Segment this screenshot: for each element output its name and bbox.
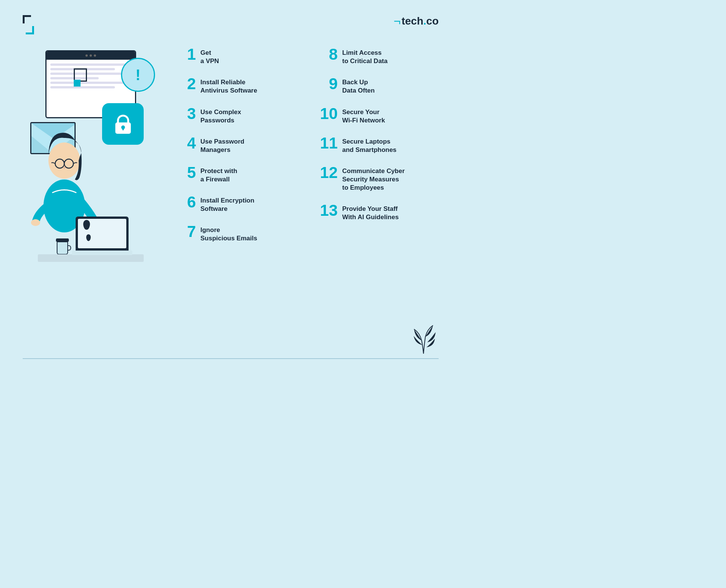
item-number: 9 xyxy=(320,76,338,92)
svg-rect-2 xyxy=(122,127,124,130)
item-text: Communicate CyberSecurity Measuresto Emp… xyxy=(342,165,405,192)
item-number: 13 xyxy=(320,203,338,218)
list-item: 4 Use PasswordManagers xyxy=(178,135,297,154)
item-text: Use ComplexPasswords xyxy=(200,106,241,125)
exclamation-icon: ! xyxy=(135,67,140,82)
item-text: Install EncryptionSoftware xyxy=(200,194,254,213)
browser-line xyxy=(50,82,131,84)
lists-section: 1 Geta VPN 2 Install ReliableAntivirus S… xyxy=(178,46,439,253)
logo: ⌐ tech.co xyxy=(394,15,439,27)
list-item: 8 Limit Accessto Critical Data xyxy=(320,46,439,65)
browser-dot-2 xyxy=(90,54,92,57)
item-number: 12 xyxy=(320,165,338,181)
plant-decoration xyxy=(408,322,439,357)
left-list-column: 1 Geta VPN 2 Install ReliableAntivirus S… xyxy=(178,46,297,253)
list-item: 12 Communicate CyberSecurity Measuresto … xyxy=(320,165,439,192)
item-number: 11 xyxy=(320,135,338,151)
browser-line xyxy=(50,73,131,75)
list-item: 3 Use ComplexPasswords xyxy=(178,106,297,125)
main-content: ! xyxy=(23,46,439,266)
illustration: ! xyxy=(23,46,166,266)
plant-icon xyxy=(408,322,439,356)
item-text: Secure YourWi-Fi Network xyxy=(342,106,385,125)
coffee-cup-illustration xyxy=(57,238,70,254)
item-text: Secure Laptopsand Smartphones xyxy=(342,135,397,154)
logo-bracket-icon: ⌐ xyxy=(394,15,401,27)
logo-dot: . xyxy=(424,15,427,27)
desk-illustration xyxy=(38,254,144,262)
svg-point-9 xyxy=(31,219,40,226)
item-text: Use PasswordManagers xyxy=(200,135,244,154)
item-text: Limit Accessto Critical Data xyxy=(342,46,388,65)
item-number: 10 xyxy=(320,106,338,122)
item-number: 4 xyxy=(178,135,196,151)
laptop-base xyxy=(72,251,132,255)
list-item: 11 Secure Laptopsand Smartphones xyxy=(320,135,439,154)
item-number: 5 xyxy=(178,165,196,181)
item-number: 6 xyxy=(178,194,196,210)
alert-bubble-illustration: ! xyxy=(121,58,155,92)
lock-icon xyxy=(113,114,133,135)
right-list-column: 8 Limit Accessto Critical Data 9 Back Up… xyxy=(320,46,439,253)
item-text: Back UpData Often xyxy=(342,76,375,95)
title-block xyxy=(23,15,30,31)
item-number: 8 xyxy=(320,46,338,62)
browser-rect-blue xyxy=(74,80,81,87)
page-wrapper: ⌐ tech.co xyxy=(0,0,461,367)
svg-point-4 xyxy=(48,142,80,179)
cup-lid xyxy=(56,238,69,241)
item-number: 7 xyxy=(178,224,196,240)
corner-br-decoration xyxy=(26,26,34,34)
logo-text: tech.co xyxy=(402,15,439,27)
browser-bar xyxy=(47,51,135,60)
list-item: 5 Protect witha Firewall xyxy=(178,165,297,184)
list-item: 1 Geta VPN xyxy=(178,46,297,65)
browser-dot-1 xyxy=(85,54,88,57)
browser-dot-3 xyxy=(94,54,96,57)
list-item: 9 Back UpData Often xyxy=(320,76,439,95)
list-item: 13 Provide Your StaffWith AI Guidelines xyxy=(320,203,439,221)
bottom-divider xyxy=(23,358,439,359)
browser-line xyxy=(50,86,115,88)
list-item: 10 Secure YourWi-Fi Network xyxy=(320,106,439,125)
list-item: 6 Install EncryptionSoftware xyxy=(178,194,297,213)
item-text: Install ReliableAntivirus Software xyxy=(200,76,257,95)
item-text: Geta VPN xyxy=(200,46,219,65)
header: ⌐ tech.co xyxy=(23,15,439,31)
item-number: 2 xyxy=(178,76,196,92)
item-text: Protect witha Firewall xyxy=(200,165,237,184)
item-number: 1 xyxy=(178,46,196,62)
list-item: 2 Install ReliableAntivirus Software xyxy=(178,76,297,95)
browser-line xyxy=(50,63,131,66)
item-text: IgnoreSuspicious Emails xyxy=(200,224,257,243)
corner-tl-decoration xyxy=(23,15,31,23)
item-number: 3 xyxy=(178,106,196,122)
cup-body xyxy=(57,241,68,255)
item-text: Provide Your StaffWith AI Guidelines xyxy=(342,203,399,221)
list-item: 7 IgnoreSuspicious Emails xyxy=(178,224,297,243)
